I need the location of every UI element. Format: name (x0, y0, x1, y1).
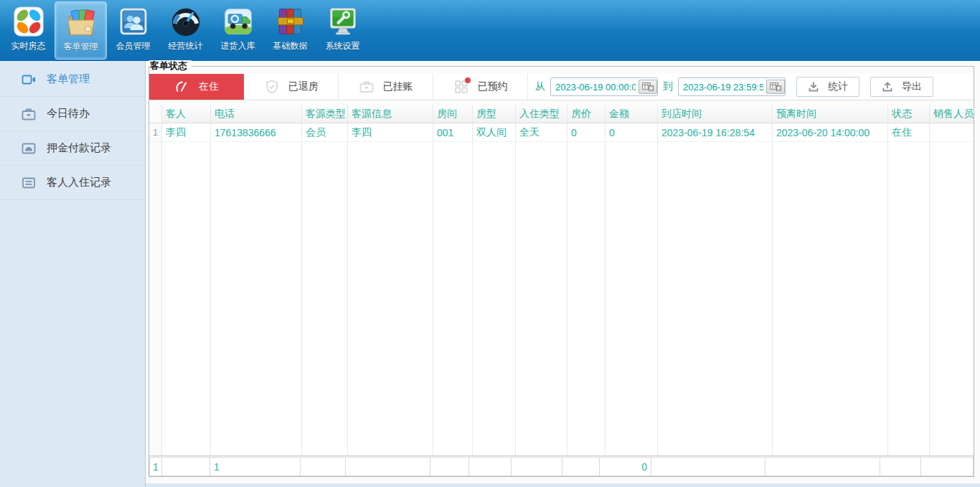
column-header-phone[interactable]: 电话 (211, 105, 302, 123)
table-header-row: 客人 电话 客源类型 客源信息 房间 房型 入住类型 房价 金额 到店时间 预离… (149, 105, 974, 123)
row-number: 1 (149, 123, 162, 141)
table-summary-row: 1 1 0 (149, 455, 974, 476)
sidebar-item-deposit-payment-records[interactable]: 押金付款记录 (0, 131, 145, 166)
cell-arrival-time: 2023-06-19 16:28:54 (658, 123, 773, 141)
cell-room: 001 (433, 123, 473, 141)
statistics-button-label: 统计 (828, 80, 848, 93)
sidebar-item-order-management[interactable]: 客单管理 (0, 62, 145, 97)
groupbox-title: 客单状态 (149, 60, 192, 72)
column-header-status[interactable]: 状态 (888, 105, 930, 123)
filter-bar: 从 到 (528, 74, 974, 100)
main-toolbar: 实时房态 客单管理 会员管 (0, 0, 980, 61)
tab-on-account[interactable]: 已挂账 (339, 74, 433, 100)
summary-amount-sum: 0 (599, 457, 651, 476)
download-icon (808, 81, 819, 93)
to-date-input[interactable] (683, 82, 763, 93)
column-header-room-type[interactable]: 房型 (473, 105, 516, 123)
column-header-source-info[interactable]: 客源信息 (348, 105, 433, 123)
briefcase-icon (22, 107, 36, 121)
to-label: 到 (663, 80, 673, 93)
tab-label: 已退房 (288, 80, 319, 93)
cell-room-price: 0 (567, 123, 606, 141)
toolbar-item-stock-in[interactable]: 进货入库 (212, 1, 264, 60)
shield-check-icon (264, 79, 280, 95)
sidebar: 客单管理 今日待办 押金付款记录 客人入住记录 (0, 61, 146, 487)
cell-status: 在住 (888, 123, 930, 141)
order-list-icon (22, 72, 36, 87)
document-lines-icon (22, 176, 36, 190)
tab-reserved[interactable]: 已预约 (433, 74, 528, 100)
toolbar-item-system-settings[interactable]: 系统设置 (316, 1, 369, 60)
column-header-guest[interactable]: 客人 (162, 105, 211, 123)
status-tabbar: 在住 已退房 已挂账 (149, 74, 974, 100)
sidebar-item-label: 客单管理 (47, 72, 90, 86)
sidebar-item-label: 押金付款记录 (47, 141, 111, 155)
from-label: 从 (535, 80, 545, 93)
receipt-image-icon (22, 141, 36, 156)
tab-label: 已预约 (478, 80, 508, 93)
export-button[interactable]: 导出 (870, 77, 933, 97)
from-date-field (550, 77, 658, 96)
calendar-picker-icon[interactable] (766, 80, 785, 94)
sidebar-item-label: 今日待办 (47, 107, 90, 120)
main-panel: 客单状态 在住 已退房 (146, 61, 980, 487)
tab-label: 在住 (199, 80, 219, 93)
cell-salesperson (930, 123, 974, 141)
cell-source-type: 会员 (302, 123, 348, 141)
tab-checked-out[interactable]: 已退房 (244, 74, 339, 100)
toolbar-item-label: 基础数据 (273, 41, 308, 51)
column-header-salesperson[interactable]: 销售人员 (930, 105, 974, 123)
cell-guest: 李四 (162, 123, 211, 141)
toolbar-item-label: 实时房态 (11, 41, 46, 51)
room-status-icon (11, 4, 46, 39)
export-button-label: 导出 (902, 80, 922, 93)
window-bottom-strip (146, 483, 980, 487)
cell-amount: 0 (606, 123, 658, 141)
toolbar-item-member-management[interactable]: 会员管理 (107, 1, 159, 60)
toolbar-item-label: 经营统计 (169, 41, 203, 51)
calendar-picker-icon[interactable] (639, 80, 657, 94)
column-header-arrival-time[interactable]: 到店时间 (658, 105, 773, 123)
statistics-button[interactable]: 统计 (796, 77, 859, 97)
business-stats-icon (169, 4, 203, 39)
toolbar-item-label: 进货入库 (221, 41, 255, 51)
column-header-departure-time[interactable]: 预离时间 (773, 105, 888, 123)
toolbar-item-order-management[interactable]: 客单管理 (55, 1, 107, 60)
cell-source-info: 李四 (348, 123, 433, 141)
toolbar-item-label: 客单管理 (64, 42, 98, 52)
toolbar-item-room-status[interactable]: 实时房态 (2, 1, 55, 60)
cell-room-type: 双人间 (473, 123, 516, 141)
briefcase-icon (359, 79, 374, 95)
sidebar-item-label: 客人入住记录 (47, 176, 111, 189)
from-date-input[interactable] (555, 82, 636, 93)
member-management-icon (116, 4, 151, 39)
notification-dot (465, 77, 471, 83)
sidebar-item-today-todo[interactable]: 今日待办 (0, 97, 145, 131)
base-data-icon (273, 4, 308, 39)
summary-row-number: 1 (149, 457, 162, 476)
table-empty-area (149, 142, 974, 455)
column-header-stay-type[interactable]: 入住类型 (516, 105, 567, 123)
table-row[interactable]: 1 李四 17613836666 会员 李四 001 双人间 全天 0 0 20… (149, 123, 974, 142)
tab-checked-in[interactable]: 在住 (149, 74, 244, 100)
system-settings-icon (326, 4, 360, 39)
column-header-source-type[interactable]: 客源类型 (302, 105, 348, 123)
toolbar-item-base-data[interactable]: 基础数据 (264, 1, 316, 60)
stock-in-icon (221, 4, 255, 39)
content-area: 客单管理 今日待办 押金付款记录 客人入住记录 客单状态 (0, 61, 980, 487)
order-status-groupbox: 客单状态 在住 已退房 (149, 66, 974, 477)
column-header-amount[interactable]: 金额 (606, 105, 658, 123)
toolbar-item-business-stats[interactable]: 经营统计 (159, 1, 212, 60)
toolbar-item-label: 会员管理 (116, 41, 151, 51)
tab-label: 已挂账 (383, 80, 413, 93)
column-header-room[interactable]: 房间 (433, 105, 473, 123)
order-management-icon (64, 5, 98, 39)
summary-phone-count: 1 (209, 457, 301, 476)
header-gutter (149, 105, 162, 123)
gauge-icon (174, 79, 190, 95)
grid-badge-icon (453, 79, 469, 95)
sidebar-item-guest-checkin-records[interactable]: 客人入住记录 (0, 166, 145, 200)
column-header-room-price[interactable]: 房价 (567, 105, 606, 123)
cell-phone: 17613836666 (211, 123, 302, 141)
cell-departure-time: 2023-06-20 14:00:00 (773, 123, 888, 141)
